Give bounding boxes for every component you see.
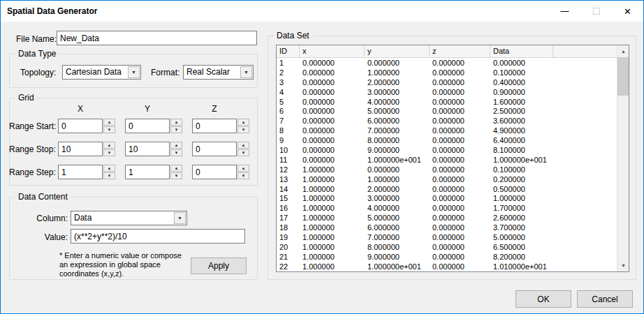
- table-cell: 1.000000: [300, 214, 365, 222]
- scroll-up-icon[interactable]: ▲: [617, 45, 629, 57]
- table-row[interactable]: 161.0000004.0000000.0000001.700000: [277, 203, 617, 213]
- minimize-button[interactable]: —: [549, 1, 580, 22]
- column-header-id[interactable]: ID: [277, 45, 300, 57]
- spin-down-icon[interactable]: ▼: [170, 149, 182, 156]
- table-cell: 4.000000: [365, 204, 430, 212]
- table-row[interactable]: 211.0000009.0000000.0000008.200000: [277, 252, 617, 262]
- spin-down-icon[interactable]: ▼: [103, 172, 115, 179]
- spin-up-icon[interactable]: ▲: [237, 142, 249, 149]
- window-controls: — ☐ ✕: [549, 1, 643, 22]
- range-stop-x-input[interactable]: [58, 142, 103, 156]
- spin-down-icon[interactable]: ▼: [237, 126, 249, 133]
- table-row[interactable]: 50.0000004.0000000.0000001.600000: [277, 97, 617, 107]
- spin-down-icon[interactable]: ▼: [103, 126, 115, 133]
- close-icon: ✕: [624, 6, 631, 17]
- scrollbar-thumb[interactable]: [617, 57, 629, 96]
- table-row[interactable]: 151.0000003.0000000.0000001.000000: [277, 193, 617, 203]
- spin-up-icon[interactable]: ▲: [170, 119, 182, 126]
- spin-up-icon[interactable]: ▲: [103, 119, 115, 126]
- range-start-z-input[interactable]: [192, 119, 237, 133]
- table-cell: 5.000000: [490, 233, 553, 241]
- chevron-down-icon[interactable]: ▼: [128, 66, 140, 78]
- value-input[interactable]: [71, 229, 245, 244]
- column-combobox[interactable]: Data ▼: [71, 211, 187, 225]
- column-header-data[interactable]: Data: [490, 45, 553, 57]
- table-cell: 5.000000: [365, 107, 430, 115]
- scroll-down-icon[interactable]: ▼: [617, 260, 629, 271]
- table-cell: 14: [277, 185, 300, 193]
- table-cell: 8.000000: [365, 136, 430, 144]
- table-row[interactable]: 121.0000000.0000000.0000000.100000: [277, 165, 617, 174]
- table-row[interactable]: 30.0000002.0000000.0000000.400000: [277, 77, 617, 87]
- spin-up-icon[interactable]: ▲: [237, 165, 249, 172]
- table-row[interactable]: 10.0000000.0000000.0000000.000000: [277, 58, 617, 68]
- spin-up-icon[interactable]: ▲: [170, 165, 182, 172]
- table-cell: 7.000000: [365, 233, 430, 241]
- note-line-1: * Enter a numeric value or compose: [59, 251, 192, 260]
- spin-down-icon[interactable]: ▼: [237, 149, 249, 156]
- column-header-x[interactable]: x: [300, 45, 365, 57]
- table-cell: 0.000000: [300, 146, 365, 154]
- topology-combobox[interactable]: Cartesian Data ▼: [62, 65, 141, 80]
- table-cell: 9.000000: [365, 146, 430, 154]
- file-name-input[interactable]: [57, 31, 257, 45]
- column-header-z[interactable]: z: [430, 45, 490, 57]
- table-cell: 0.000000: [430, 68, 490, 77]
- grid-col-header-y: Y: [125, 104, 170, 114]
- table-cell: 12: [277, 165, 300, 174]
- range-step-y-input[interactable]: [125, 165, 170, 179]
- spin-down-icon[interactable]: ▼: [170, 172, 182, 179]
- spin-down-icon[interactable]: ▼: [103, 149, 115, 156]
- table-cell: 2.000000: [365, 78, 430, 87]
- table-cell: 0.000000: [300, 156, 365, 164]
- table-cell: 0.000000: [430, 185, 490, 193]
- range-step-x-input[interactable]: [58, 165, 103, 179]
- table-row[interactable]: 100.0000009.0000000.0000008.100000: [277, 145, 617, 155]
- title-bar[interactable]: Spatial Data Generator — ☐ ✕: [1, 1, 643, 22]
- table-cell: 8.000000: [365, 243, 430, 251]
- maximize-button[interactable]: ☐: [580, 1, 612, 22]
- table-cell: 3: [277, 78, 300, 87]
- range-start-x-input[interactable]: [58, 119, 103, 133]
- spin-up-icon[interactable]: ▲: [103, 142, 115, 149]
- table-row[interactable]: 60.0000005.0000000.0000002.500000: [277, 106, 617, 116]
- spin-up-icon[interactable]: ▲: [237, 119, 249, 126]
- range-start-y-input[interactable]: [125, 119, 170, 133]
- spin-down-icon[interactable]: ▼: [237, 172, 249, 179]
- ok-button[interactable]: OK: [515, 290, 571, 308]
- table-row[interactable]: 80.0000007.0000000.0000004.900000: [277, 126, 617, 135]
- table-row[interactable]: 221.0000001.000000e+0010.0000001.010000e…: [277, 262, 617, 271]
- table-row[interactable]: 141.0000002.0000000.0000000.500000: [277, 184, 617, 194]
- table-cell: 0.000000: [430, 165, 490, 174]
- data-content-group-title: Data Content: [15, 192, 71, 202]
- spin-up-icon[interactable]: ▲: [170, 142, 182, 149]
- range-stop-y-input[interactable]: [125, 142, 170, 156]
- table-cell: 1.000000: [365, 175, 430, 184]
- vertical-scrollbar[interactable]: ▲ ▼: [617, 45, 629, 271]
- spin-down-icon[interactable]: ▼: [170, 126, 182, 133]
- table-row[interactable]: 171.0000005.0000000.0000002.600000: [277, 213, 617, 223]
- range-stop-z-input[interactable]: [192, 142, 237, 156]
- table-row[interactable]: 110.0000001.000000e+0010.0000001.000000e…: [277, 155, 617, 165]
- close-button[interactable]: ✕: [612, 1, 643, 22]
- format-combobox[interactable]: Real Scalar ▼: [183, 65, 254, 80]
- table-cell: 0.000000: [365, 59, 430, 67]
- cancel-button[interactable]: Cancel: [577, 290, 633, 308]
- table-row[interactable]: 90.0000008.0000000.0000006.400000: [277, 135, 617, 145]
- table-cell: 0.000000: [430, 98, 490, 106]
- table-cell: 9.000000: [365, 253, 430, 261]
- chevron-down-icon[interactable]: ▼: [240, 66, 252, 78]
- spin-up-icon[interactable]: ▲: [103, 165, 115, 172]
- column-header-y[interactable]: y: [365, 45, 430, 57]
- table-row[interactable]: 191.0000007.0000000.0000005.000000: [277, 232, 617, 242]
- table-row[interactable]: 201.0000008.0000000.0000006.500000: [277, 242, 617, 252]
- table-row[interactable]: 131.0000001.0000000.0000000.200000: [277, 174, 617, 184]
- table-row[interactable]: 40.0000003.0000000.0000000.900000: [277, 87, 617, 97]
- chevron-down-icon[interactable]: ▼: [174, 212, 186, 224]
- range-step-z-input[interactable]: [192, 165, 237, 179]
- table-row[interactable]: 70.0000006.0000000.0000003.600000: [277, 116, 617, 126]
- table-row[interactable]: 181.0000006.0000000.0000003.700000: [277, 223, 617, 232]
- data-table-body: 10.0000000.0000000.0000000.00000020.0000…: [277, 58, 617, 271]
- table-row[interactable]: 20.0000001.0000000.0000000.100000: [277, 68, 617, 77]
- apply-button[interactable]: Apply: [191, 257, 247, 274]
